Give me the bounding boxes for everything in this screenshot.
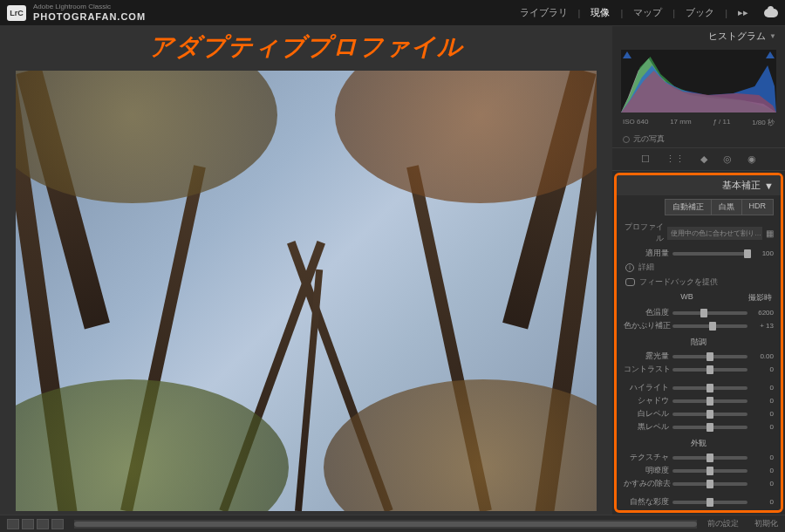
amount-slider[interactable]: 適用量 100	[617, 247, 781, 260]
previous-settings-button[interactable]: 前の設定	[707, 518, 739, 529]
texture-slider[interactable]: テクスチャ0	[617, 451, 781, 464]
info-icon: i	[625, 263, 634, 272]
loupe-view-icon[interactable]	[7, 519, 19, 529]
topbar: LrC Adobe Lightroom Classic PHOTOGRAFAN.…	[0, 0, 785, 26]
clarity-slider[interactable]: 明瞭度0	[617, 464, 781, 477]
nav-map[interactable]: マップ	[626, 6, 669, 19]
shadows-slider[interactable]: シャドウ0	[617, 394, 781, 407]
radio-off-icon	[623, 136, 630, 143]
heal-tool-icon[interactable]: ⋮⋮	[666, 153, 685, 165]
local-tool-icon[interactable]: ◉	[747, 153, 756, 165]
highlights-slider[interactable]: ハイライト0	[617, 381, 781, 394]
vibrance-slider[interactable]: 自然な彩度0	[617, 495, 781, 508]
compare-view-icon[interactable]	[22, 519, 34, 529]
seg-bw[interactable]: 白黒	[712, 199, 742, 215]
seg-hdr[interactable]: HDR	[742, 199, 775, 215]
nav-library[interactable]: ライブラリ	[513, 6, 575, 19]
module-nav: ライブラリ| 現像| マップ| ブック| ▸▸	[513, 6, 778, 19]
right-sidebar: ヒストグラム▼ ISO 640 17 mm ƒ / 11 1/80 秒 元の写真…	[612, 26, 785, 515]
view-mode-icons	[7, 519, 64, 529]
survey-view-icon[interactable]	[51, 519, 64, 529]
toolstrip: ☐ ⋮⋮ ◆ ◎ ◉	[612, 147, 785, 171]
nav-more-icon[interactable]: ▸▸	[731, 7, 755, 18]
tone-section: 階調	[617, 332, 781, 350]
presence-section: 外観	[617, 433, 781, 451]
image-viewer: アダプティブプロファイル	[0, 26, 612, 515]
profile-row: プロファイル 使用中の色に合わせて割り… ▦	[617, 219, 781, 247]
nav-develop[interactable]: 現像	[584, 6, 617, 19]
cloud-sync-icon[interactable]	[764, 9, 778, 17]
histogram-chart[interactable]	[621, 50, 776, 113]
filmstrip-scrollbar[interactable]	[74, 520, 697, 529]
exposure-slider[interactable]: 露光量0.00	[617, 350, 781, 363]
detail-row[interactable]: i 詳細	[617, 260, 781, 275]
dehaze-slider[interactable]: かすみの除去0	[617, 477, 781, 490]
wb-row: WB 撮影時	[617, 290, 781, 306]
basic-panel-highlight: 基本補正▼ 自動補正 白黒 HDR プロファイル 使用中の色に合わせて割り… ▦…	[614, 173, 783, 513]
redeye-tool-icon[interactable]: ◎	[723, 153, 732, 165]
blacks-slider[interactable]: 黒レベル0	[617, 420, 781, 433]
treatment-segments: 自動補正 白黒 HDR	[617, 195, 781, 219]
wb-select[interactable]: 撮影時	[748, 292, 772, 304]
chevron-down-icon: ▼	[769, 32, 776, 40]
bottom-toolbar: 前の設定 初期化	[0, 515, 785, 532]
basic-header[interactable]: 基本補正▼	[617, 175, 781, 195]
seg-auto[interactable]: 自動補正	[665, 199, 712, 215]
overlay-title: アダプティブプロファイル	[16, 26, 597, 71]
exif-row: ISO 640 17 mm ƒ / 11 1/80 秒	[612, 116, 785, 131]
profile-browser-icon[interactable]: ▦	[766, 228, 774, 238]
reset-button[interactable]: 初期化	[754, 518, 778, 529]
histogram-header[interactable]: ヒストグラム▼	[612, 26, 785, 46]
feedback-row[interactable]: フィードバックを提供	[617, 275, 781, 290]
preview-image[interactable]	[16, 71, 597, 511]
tint-slider[interactable]: 色かぶり補正 + 13	[617, 319, 781, 332]
contrast-slider[interactable]: コントラスト0	[617, 363, 781, 376]
app-title: Adobe Lightroom Classic PHOTOGRAFAN.COM	[33, 3, 146, 22]
temp-slider[interactable]: 色温度 6200	[617, 306, 781, 319]
whites-slider[interactable]: 白レベル0	[617, 407, 781, 420]
nav-book[interactable]: ブック	[679, 6, 721, 19]
crop-tool-icon[interactable]: ☐	[641, 153, 650, 165]
before-after-icon[interactable]	[37, 519, 49, 529]
original-toggle[interactable]: 元の写真	[612, 131, 785, 147]
logo-icon: LrC	[7, 5, 26, 21]
chevron-down-icon: ▼	[764, 181, 774, 191]
mask-tool-icon[interactable]: ◆	[700, 153, 707, 165]
feedback-icon	[625, 278, 635, 286]
profile-select[interactable]: 使用中の色に合わせて割り…	[667, 227, 762, 240]
